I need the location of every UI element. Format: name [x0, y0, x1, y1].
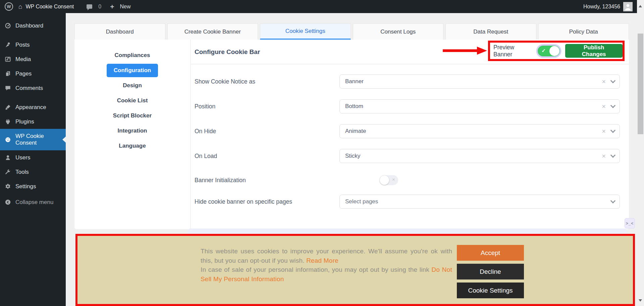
tab-policy-data[interactable]: Policy Data	[538, 23, 629, 40]
field-row-banner-initialization: Banner Initialization ×	[195, 173, 620, 187]
user-icon	[5, 154, 11, 161]
chevron-down-icon[interactable]	[610, 78, 616, 83]
position-select[interactable]: Bottom ×	[339, 99, 620, 113]
new-menu-item[interactable]: New	[120, 4, 130, 10]
active-menu-notch	[59, 137, 66, 143]
subnav-item-compliances[interactable]: Compliances	[115, 48, 150, 63]
field-label: Banner Initialization	[195, 177, 246, 184]
dashboard-icon	[5, 22, 11, 29]
chevron-down-icon[interactable]	[610, 198, 616, 203]
on-load-select[interactable]: Sticky ×	[339, 149, 620, 163]
field-label: Position	[195, 103, 215, 110]
home-icon[interactable]: ⌂	[18, 3, 22, 10]
cookie-icon	[5, 137, 11, 143]
sidebar-item-wp-cookie-consent[interactable]: WP Cookie Consent	[0, 129, 66, 150]
configuration-form: Configure Cookie Bar Show Cookie Notice …	[190, 40, 629, 229]
panel-bottom-edge	[188, 228, 627, 234]
gear-icon	[5, 183, 11, 190]
sidebar-item-comments[interactable]: Comments	[0, 81, 66, 95]
sidebar-item-tools[interactable]: Tools	[0, 165, 66, 179]
sidebar-item-appearance[interactable]: Appearance	[0, 100, 66, 114]
accept-button[interactable]: Accept	[457, 245, 524, 261]
clear-icon[interactable]: ×	[602, 153, 606, 159]
clear-icon[interactable]: ×	[602, 103, 606, 110]
field-row-hide-pages: Hide cookie banner on specific pages Sel…	[195, 195, 620, 209]
sidebar-item-media[interactable]: Media	[0, 52, 66, 66]
scrollbar-thumb[interactable]	[638, 34, 643, 134]
field-label: Hide cookie banner on specific pages	[195, 198, 292, 205]
tab-consent-logs[interactable]: Consent Logs	[353, 23, 444, 40]
annotation-arrow	[442, 46, 488, 55]
tab-data-request[interactable]: Data Request	[445, 23, 536, 40]
toggle-knob	[549, 46, 559, 56]
avatar[interactable]	[623, 2, 633, 11]
cookie-settings-button[interactable]: Cookie Settings	[457, 283, 524, 298]
page-scrollbar[interactable]	[637, 0, 644, 306]
chevron-down-icon[interactable]	[610, 152, 616, 158]
howdy-label[interactable]: Howdy, 123456	[583, 4, 620, 10]
tab-cookie-settings[interactable]: Cookie Settings	[260, 23, 351, 40]
pages-icon	[5, 70, 11, 77]
clear-icon[interactable]: ×	[602, 78, 606, 85]
decline-button[interactable]: Decline	[457, 264, 524, 279]
preview-banner-toggle[interactable]: ✓	[538, 46, 560, 56]
check-icon: ✓	[541, 48, 546, 54]
subnav-item-script-blocker[interactable]: Script Blocker	[113, 108, 152, 123]
account-menu[interactable]: Howdy, 123456	[583, 0, 633, 13]
cookie-banner-preview: This website uses cookies to improve you…	[75, 234, 635, 306]
collapse-menu-button[interactable]: Collapse menu	[0, 195, 66, 209]
sidebar-item-users[interactable]: Users	[0, 150, 66, 165]
publish-changes-button[interactable]: Publish Changes	[565, 44, 623, 58]
subnav-item-design[interactable]: Design	[123, 78, 142, 93]
wrench-icon	[5, 169, 11, 175]
scroll-down-icon[interactable]	[639, 299, 642, 303]
field-row-on-load: On Load Sticky ×	[195, 149, 620, 163]
field-row-notice-type: Show Cookie Notice as Banner ×	[195, 74, 620, 89]
tab-create-cookie-banner[interactable]: Create Cookie Banner	[167, 23, 258, 40]
field-row-on-hide: On Hide Animate ×	[195, 124, 620, 138]
admin-bar: W ⌂ WP Cookie Consent 0 + New Howdy, 123…	[0, 0, 644, 13]
cookie-banner-message: This website uses cookies to improve you…	[201, 247, 452, 284]
preview-banner-label: Preview Banner	[493, 44, 534, 58]
plus-new-icon[interactable]: +	[110, 3, 114, 10]
site-name-link[interactable]: WP Cookie Consent	[25, 4, 74, 10]
wordpress-logo-icon[interactable]: W	[5, 2, 13, 11]
subnav-item-cookie-list[interactable]: Cookie List	[117, 93, 148, 108]
toggle-off-icon: ×	[392, 176, 395, 182]
plugin-tabs: Dashboard Create Cookie Banner Cookie Se…	[74, 23, 629, 40]
banner-initialization-toggle[interactable]: ×	[379, 175, 398, 185]
pushpin-icon	[5, 42, 11, 48]
paintbrush-icon	[5, 104, 11, 110]
comments-bubble-icon[interactable]	[87, 4, 92, 9]
subnav-item-language[interactable]: Language	[119, 138, 146, 153]
read-more-link[interactable]: Read More	[306, 257, 338, 264]
admin-sidebar: Dashboard Posts Media Pages Comments App…	[0, 13, 66, 306]
clear-icon[interactable]: ×	[602, 128, 606, 135]
subnav-item-configuration[interactable]: Configuration	[107, 64, 158, 77]
collapse-arrow-icon	[5, 199, 11, 205]
hide-pages-select[interactable]: Select pages	[339, 195, 620, 209]
comment-icon	[5, 85, 11, 91]
scroll-up-icon[interactable]	[639, 3, 642, 7]
cookie-banner-buttons: Accept Decline Cookie Settings	[457, 245, 524, 298]
header-divider	[190, 64, 629, 64]
subnav-item-integration[interactable]: Integration	[118, 123, 147, 138]
sidebar-item-dashboard[interactable]: Dashboard	[0, 18, 66, 33]
sidebar-item-pages[interactable]: Pages	[0, 66, 66, 81]
annotation-box-preview-publish: Preview Banner ✓ Publish Changes	[488, 41, 625, 61]
settings-subnav: Compliances Configuration Design Cookie …	[74, 40, 190, 229]
tab-dashboard[interactable]: Dashboard	[74, 23, 165, 40]
chevron-down-icon[interactable]	[610, 103, 616, 108]
resize-handle-icon[interactable]: >_<	[625, 218, 635, 228]
page-title: Configure Cookie Bar	[195, 48, 260, 56]
sidebar-item-posts[interactable]: Posts	[0, 38, 66, 52]
comment-count[interactable]: 0	[98, 4, 101, 10]
notice-type-select[interactable]: Banner ×	[339, 74, 620, 89]
sidebar-item-settings[interactable]: Settings	[0, 179, 66, 194]
media-icon	[5, 56, 11, 62]
on-hide-select[interactable]: Animate ×	[339, 124, 620, 138]
sidebar-item-plugins[interactable]: Plugins	[0, 114, 66, 129]
cookie-settings-panel: Compliances Configuration Design Cookie …	[74, 40, 629, 229]
chevron-down-icon[interactable]	[610, 128, 616, 133]
toggle-knob	[380, 175, 389, 185]
